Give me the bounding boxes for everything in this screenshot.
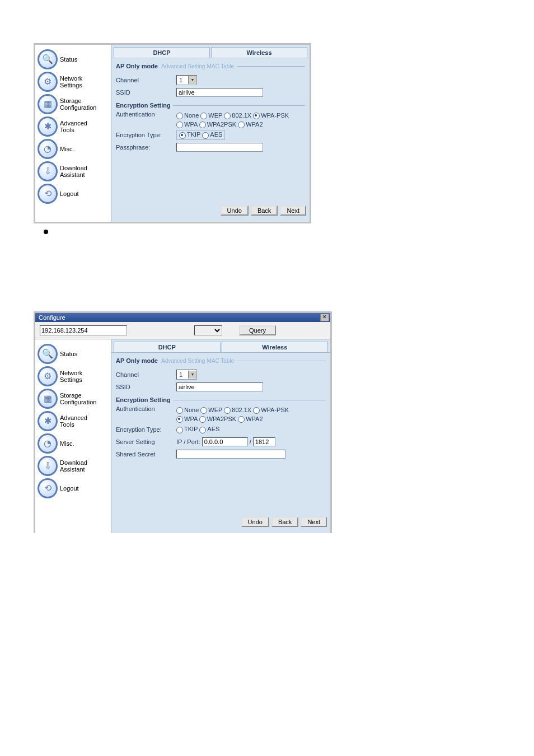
back-button[interactable]: Back (271, 517, 298, 527)
link-advanced-setting[interactable]: Advanced Setting (161, 63, 205, 69)
sidebar-item-misc[interactable]: ◔ Misc. (35, 432, 111, 455)
enctype-label: Encryption Type: (116, 426, 172, 433)
tab-dhcp[interactable]: DHCP (114, 342, 221, 352)
back-button[interactable]: Back (251, 206, 278, 216)
router-panel-2: Configure ✕ Query 🔍 Status ⚙ Network Set… (34, 311, 332, 533)
sidebar-item-network[interactable]: ⚙ Network Settings (35, 365, 111, 388)
link-mac-table[interactable]: MAC Table (207, 358, 234, 364)
sidebar-item-label: Network Settings (60, 370, 82, 383)
sidebar-item-logout[interactable]: ⟲ Logout (35, 183, 111, 205)
ipport-sep: / (250, 438, 251, 445)
shared-secret-input[interactable] (176, 450, 285, 459)
misc-icon: ◔ (44, 144, 51, 153)
titlebar: Configure ✕ (35, 313, 330, 322)
channel-label: Channel (116, 77, 172, 83)
channel-select[interactable]: 1 ▼ (176, 370, 197, 380)
ssid-input[interactable] (176, 88, 263, 97)
tab-dhcp[interactable]: DHCP (114, 47, 210, 58)
sidebar: 🔍 Status ⚙ Network Settings ▦ Storage Co… (35, 339, 111, 533)
enctype-label: Encryption Type: (116, 132, 172, 138)
content-area: DHCP Wireless AP Only mode Advanced Sett… (111, 45, 310, 222)
channel-value: 1 (177, 371, 188, 378)
radio-wpapsk[interactable] (253, 407, 260, 414)
sidebar-item-advanced[interactable]: ✱ Advanced Tools (35, 115, 111, 138)
close-button[interactable]: ✕ (320, 314, 329, 321)
channel-select[interactable]: 1 ▼ (176, 75, 197, 85)
ssid-input[interactable] (176, 382, 263, 391)
channel-value: 1 (177, 77, 188, 83)
link-mac-table[interactable]: MAC Table (207, 63, 234, 69)
query-select[interactable] (194, 325, 222, 335)
auth-label: Authentication (116, 111, 172, 118)
query-button[interactable]: Query (239, 325, 276, 335)
radio-aes[interactable] (199, 427, 206, 433)
channel-label: Channel (116, 371, 172, 378)
undo-button[interactable]: Undo (241, 517, 269, 527)
network-icon: ⚙ (44, 372, 51, 381)
download-icon: ⇩ (44, 461, 51, 470)
radio-wpa2psk[interactable] (199, 416, 206, 423)
logout-icon: ⟲ (44, 484, 51, 493)
server-setting-label: Server Setting (116, 438, 172, 445)
encryption-title: Encryption Setting (116, 396, 171, 403)
radio-8021x[interactable] (224, 407, 231, 414)
dropdown-icon: ▼ (188, 76, 196, 84)
sidebar-item-label: Network Settings (60, 75, 82, 88)
radio-wpa2[interactable] (238, 416, 245, 423)
logout-icon: ⟲ (44, 189, 51, 198)
sidebar-item-misc[interactable]: ◔ Misc. (35, 138, 111, 160)
radio-tkip[interactable] (176, 427, 183, 433)
ip-input[interactable] (40, 325, 127, 335)
sidebar-item-label: Advanced Tools (60, 120, 87, 133)
radio-none[interactable] (176, 407, 183, 414)
radio-wep[interactable] (200, 113, 207, 119)
sidebar-item-label: Storage Configuration (60, 97, 96, 111)
tab-wireless[interactable]: Wireless (211, 47, 307, 58)
network-icon: ⚙ (44, 77, 51, 86)
content-area: DHCP Wireless AP Only mode Advanced Sett… (111, 339, 330, 533)
radio-wep[interactable] (200, 407, 207, 414)
sidebar-item-label: Advanced Tools (60, 414, 87, 428)
query-bar: Query (35, 322, 330, 339)
passphrase-label: Passphrase: (116, 144, 172, 151)
sidebar-item-storage[interactable]: ▦ Storage Configuration (35, 93, 111, 115)
radio-aes[interactable] (202, 132, 209, 139)
sidebar-item-label: Download Assistant (60, 459, 87, 473)
server-ip-input[interactable] (202, 437, 248, 446)
sidebar-item-label: Misc. (60, 146, 74, 152)
next-button[interactable]: Next (280, 206, 306, 216)
sidebar-item-status[interactable]: 🔍 Status (35, 343, 111, 365)
sidebar-item-download[interactable]: ⇩ Download Assistant (35, 160, 111, 183)
tab-wireless[interactable]: Wireless (222, 342, 329, 352)
radio-none[interactable] (176, 113, 183, 119)
passphrase-input[interactable] (176, 143, 263, 152)
sidebar-item-storage[interactable]: ▦ Storage Configuration (35, 388, 111, 410)
server-port-input[interactable] (253, 437, 275, 446)
undo-button[interactable]: Undo (221, 206, 249, 216)
radio-wpa2psk[interactable] (199, 122, 206, 128)
sidebar-item-advanced[interactable]: ✱ Advanced Tools (35, 410, 111, 432)
radio-wpapsk[interactable] (253, 113, 260, 119)
radio-tkip[interactable] (179, 132, 186, 139)
sidebar-item-label: Storage Configuration (60, 392, 96, 405)
sidebar-item-network[interactable]: ⚙ Network Settings (35, 71, 111, 93)
radio-wpa2[interactable] (238, 122, 245, 128)
sidebar-item-status[interactable]: 🔍 Status (35, 48, 111, 71)
storage-icon: ▦ (44, 100, 52, 109)
encryption-title: Encryption Setting (116, 102, 171, 109)
sidebar-item-logout[interactable]: ⟲ Logout (35, 477, 111, 500)
storage-icon: ▦ (44, 394, 52, 403)
sidebar-item-download[interactable]: ⇩ Download Assistant (35, 455, 111, 477)
radio-8021x[interactable] (224, 113, 231, 119)
shared-secret-label: Shared Secret (116, 451, 172, 458)
dropdown-icon: ▼ (188, 371, 196, 379)
sidebar-item-label: Logout (60, 190, 79, 197)
router-panel-1: 🔍 Status ⚙ Network Settings ▦ Storage Co… (34, 43, 311, 223)
status-icon: 🔍 (42, 349, 53, 358)
radio-wpa[interactable] (176, 416, 183, 423)
misc-icon: ◔ (44, 439, 51, 448)
mode-label: AP Only mode (116, 357, 158, 364)
link-advanced-setting[interactable]: Advanced Setting (161, 358, 205, 364)
radio-wpa[interactable] (176, 122, 183, 128)
next-button[interactable]: Next (301, 517, 327, 527)
